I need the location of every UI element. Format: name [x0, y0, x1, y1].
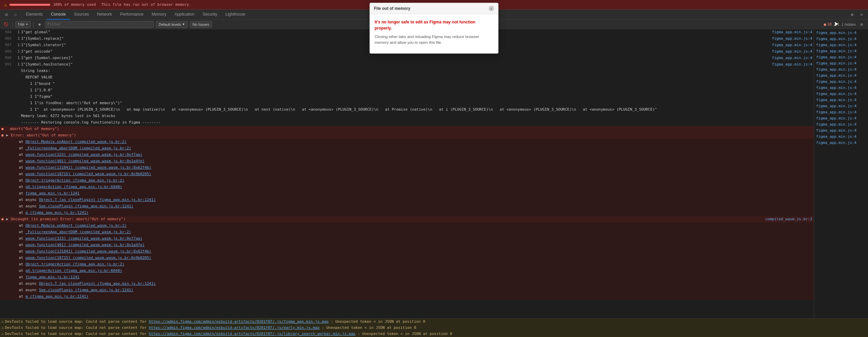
source-link-item[interactable]: figma_app.min.js:4	[814, 30, 868, 36]
devtools-source-map-link-1[interactable]: https://admin.figma.com/admin/esbuild-ar…	[149, 319, 328, 324]
source-link-item[interactable]: figma_app.min.js:4	[814, 97, 868, 103]
stack-link[interactable]: _FullscreenApp_abortDOM (compiled_wasm.j…	[25, 230, 131, 234]
source-link-item[interactable]: figma_app.min.js:4	[814, 134, 868, 140]
stack-link[interactable]: wasm-function[18715] (compiled_wasm.wasm…	[25, 172, 151, 176]
stack-line: at Object.Module.onAbort (compiled_wasm.…	[0, 223, 814, 229]
modal-close-button[interactable]: ✕	[489, 6, 494, 11]
console-line: 1 1"bound "	[0, 81, 814, 87]
source-link-item[interactable]: figma_app.min.js:4	[814, 60, 868, 67]
warn-icon-1: ⚠	[1, 319, 4, 324]
error-count-badge: ● 10	[824, 22, 831, 27]
clear-console-button[interactable]: 🚫	[3, 21, 10, 28]
devtools-source-map-link-2[interactable]: https://admin.figma.com/admin/esbuild-ar…	[149, 325, 319, 330]
modal-title: File out of memory	[374, 6, 410, 11]
stack-link[interactable]: See.closePlugin (figma_app.min.js.br:124…	[39, 288, 133, 292]
source-link-item[interactable]: figma_app.min.js:4	[814, 67, 868, 73]
stack-link[interactable]: wasm-function[131041] (compiled_wasm.was…	[25, 249, 151, 254]
stack-link[interactable]: See.closePlugin (figma_app.min.js.br:124…	[39, 204, 133, 208]
filter-input[interactable]	[45, 21, 154, 28]
close-devtools-icon[interactable]: ✕	[858, 11, 865, 18]
stack-link[interactable]: figma_app.min.js.br:1241	[25, 191, 79, 195]
stack-line: at async Object.T [as closePlugin] (figm…	[0, 281, 814, 287]
console-line: 1 1"1.0.0"	[0, 87, 814, 94]
stack-link[interactable]: wasm-function[18715] (compiled_wasm.wasm…	[25, 256, 151, 260]
device-icon[interactable]: ☐	[12, 11, 19, 18]
source-link-item[interactable]: figma_app.min.js:4	[814, 54, 868, 60]
source-link-item[interactable]: figma_app.min.js:4	[814, 42, 868, 48]
error-abort-line: ● abort("Out of memory")	[0, 126, 814, 132]
source-link-item[interactable]: figma_app.min.js:4	[814, 91, 868, 97]
source-link[interactable]: figma_app.min.js:4	[772, 55, 812, 61]
source-link-item[interactable]: figma_app.min.js:4	[814, 140, 868, 146]
context-dropdown[interactable]: top ▾	[15, 21, 31, 28]
tab-performance[interactable]: Performance	[116, 10, 148, 20]
stack-line: at async Object.T [as closePlugin] (figm…	[0, 197, 814, 203]
stack-link[interactable]: Object.triggerAction (figma_app.min.js.b…	[25, 262, 124, 266]
source-link-item[interactable]: figma_app.min.js:4	[814, 36, 868, 42]
source-link-item[interactable]: figma_app.min.js:4	[814, 103, 868, 109]
source-link[interactable]: figma_app.min.js:4	[772, 36, 812, 41]
stack-link[interactable]: Object.Module.onAbort (compiled_wasm.js.…	[25, 139, 127, 144]
devtools-source-map-link-3[interactable]: https://admin.figma.com/admin/esbuild-ar…	[149, 332, 355, 336]
hidden-count: 1 hidden	[842, 22, 856, 26]
source-link[interactable]: figma_app.min.js:4	[772, 62, 812, 67]
stack-link[interactable]: gX.triggerAction (figma_app.min.js:br:60…	[25, 268, 122, 273]
warning-icon: ⚠	[4, 2, 7, 7]
settings-icon[interactable]: ⚙	[848, 11, 856, 18]
stack-line: at _FullscreenApp_abortDOM (compiled_was…	[0, 145, 814, 152]
expand-arrow-2[interactable]: ▶	[6, 217, 11, 222]
stack-link[interactable]: wasm-function[323] (compiled_wasm.wasm.j…	[25, 152, 142, 157]
tab-sources[interactable]: Sources	[70, 10, 93, 20]
tab-application[interactable]: Application	[170, 10, 199, 20]
stack-link[interactable]: m (figma_app.min.js.br:1241)	[25, 294, 88, 299]
stack-line: at figma_app.min.js.br:1241	[0, 274, 814, 281]
error-dot-icon-3: ●	[1, 217, 6, 222]
stack-link[interactable]: Object.triggerAction (figma_app.min.js.b…	[25, 178, 124, 183]
warn-count-badge: ▲ 1	[834, 22, 839, 27]
stack-link[interactable]: _FullscreenApp_abortDOM (compiled_wasm.j…	[25, 146, 131, 150]
expand-arrow[interactable]: ▶	[6, 133, 11, 138]
source-link-item[interactable]: figma_app.min.js:4	[814, 121, 868, 128]
stack-link[interactable]: wasm-function[401] (compiled_wasm.wasm.j…	[25, 159, 145, 163]
stack-line: at Object.triggerAction (figma_app.min.j…	[0, 261, 814, 268]
source-link-item[interactable]: figma_app.min.js:4	[814, 115, 868, 121]
stack-link[interactable]: wasm-function[401] (compiled_wasm.wasm.j…	[25, 243, 145, 247]
stack-link[interactable]: wasm-function[323] (compiled_wasm.wasm.j…	[25, 236, 142, 241]
console-line: 991 1 1"[Symbol.hasInstance]" figma_app.…	[0, 61, 814, 68]
stack-line: at _FullscreenApp_abortDOM (compiled_was…	[0, 229, 814, 236]
source-link[interactable]: figma_app.min.js:4	[772, 30, 812, 35]
filter-eye-icon[interactable]: ◉	[36, 21, 43, 28]
uncaught-source-link[interactable]: compiled_wasm.js.br:2	[765, 217, 812, 222]
stack-link[interactable]: gX.triggerAction (figma_app.min.js:br:60…	[25, 185, 122, 189]
tab-memory[interactable]: Memory	[148, 10, 170, 20]
source-link-item[interactable]: figma_app.min.js:4	[814, 48, 868, 54]
console-settings-icon[interactable]: ⚙	[858, 21, 865, 28]
tab-network[interactable]: Network	[93, 10, 116, 20]
stack-line: at m (figma_app.min.js.br:1241)	[0, 210, 814, 216]
source-link[interactable]: figma_app.min.js:4	[772, 49, 812, 54]
no-issues-button[interactable]: No Issues	[190, 21, 212, 28]
stack-line: at gX.triggerAction (figma_app.min.js:br…	[0, 184, 814, 190]
stack-link[interactable]: Object.Module.onAbort (compiled_wasm.js.…	[25, 223, 127, 228]
console-line: -------- Restoring console.log functiona…	[0, 119, 814, 126]
tab-lighthouse[interactable]: Lighthouse	[221, 10, 249, 20]
source-link-item[interactable]: figma_app.min.js:4	[814, 85, 868, 91]
source-link-item[interactable]: figma_app.min.js:4	[814, 79, 868, 85]
default-levels-button[interactable]: Default levels ▾	[156, 21, 188, 28]
source-link-item[interactable]: figma_app.min.js:4	[814, 109, 868, 115]
stack-line: at Object.Module.onAbort (compiled_wasm.…	[0, 139, 814, 145]
tab-elements[interactable]: Elements	[22, 10, 47, 20]
tab-security[interactable]: Security	[199, 10, 221, 20]
stack-link[interactable]: wasm-function[131041] (compiled_wasm.was…	[25, 165, 151, 170]
tab-console[interactable]: Console	[47, 10, 70, 20]
source-link[interactable]: figma_app.min.js:4	[772, 42, 812, 48]
stack-link[interactable]: Object.T [as closePlugin] (figma_app.min…	[39, 198, 156, 202]
warn-text-1: DevTools failed to load source map: Coul…	[5, 319, 867, 324]
bottom-warnings-panel: ⚠ DevTools failed to load source map: Co…	[0, 318, 868, 337]
source-link-item[interactable]: figma_app.min.js:4	[814, 128, 868, 134]
inspect-icon[interactable]: ⊡	[3, 11, 10, 18]
stack-link[interactable]: m (figma_app.min.js.br:1241)	[25, 210, 88, 215]
stack-link[interactable]: figma_app.min.js.br:1241	[25, 275, 79, 279]
source-link-item[interactable]: figma_app.min.js:4	[814, 73, 868, 79]
stack-link[interactable]: Object.T [as closePlugin] (figma_app.min…	[39, 281, 156, 286]
